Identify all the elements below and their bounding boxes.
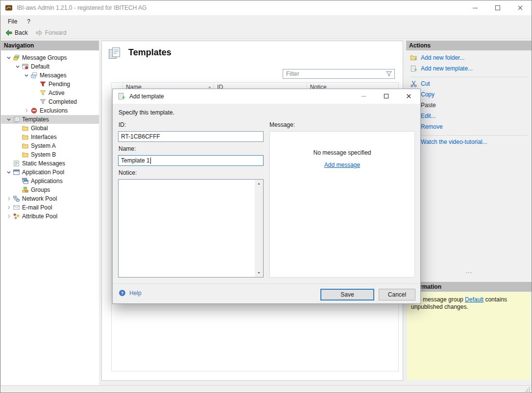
action-cut[interactable]: Cut bbox=[406, 78, 532, 89]
action-edit[interactable]: Edit... bbox=[406, 111, 532, 121]
help-link[interactable]: ? Help bbox=[119, 289, 142, 297]
tree-item-network-pool[interactable]: Network Pool bbox=[1, 194, 99, 203]
tree-item-applications[interactable]: Applications bbox=[1, 177, 99, 185]
svg-text:?: ? bbox=[121, 291, 123, 296]
folder-icon bbox=[22, 151, 29, 158]
notice-textarea[interactable] bbox=[118, 179, 264, 277]
tree-item-label: Applications bbox=[31, 178, 63, 185]
action-paste[interactable]: Paste bbox=[406, 100, 532, 111]
tree-item-default[interactable]: Default bbox=[1, 62, 99, 71]
forward-icon bbox=[35, 29, 43, 37]
navigation-header: Navigation bbox=[1, 41, 99, 50]
navigation-tree: Message GroupsDefaultMessagesPendingActi… bbox=[1, 50, 99, 221]
tree-item-global[interactable]: Global bbox=[1, 124, 99, 133]
tree-item-groups[interactable]: Groups bbox=[1, 185, 99, 194]
tree-item-exclusions[interactable]: Exclusions bbox=[1, 106, 99, 115]
action-add-new-folder[interactable]: Add new folder... bbox=[406, 52, 532, 63]
message-label: Message: bbox=[269, 121, 295, 128]
tree-item-e-mail-pool[interactable]: E-mail Pool bbox=[1, 203, 99, 212]
tree-item-static-messages[interactable]: Static Messages bbox=[1, 159, 99, 168]
chevron-collapsed-icon[interactable] bbox=[5, 195, 13, 203]
toolbar: Back Forward bbox=[0, 27, 532, 39]
action-remove[interactable]: Remove bbox=[406, 121, 532, 132]
dialog-maximize-button[interactable] bbox=[375, 89, 397, 103]
name-input[interactable]: Template 1 bbox=[118, 155, 264, 166]
resize-grip-icon[interactable] bbox=[524, 386, 531, 393]
tree-item-interfaces[interactable]: Interfaces bbox=[1, 133, 99, 141]
tree-item-system-a[interactable]: System A bbox=[1, 141, 99, 150]
forward-button[interactable]: Forward bbox=[32, 27, 70, 38]
chevron-collapsed-icon[interactable] bbox=[23, 107, 30, 115]
text-caret bbox=[150, 158, 151, 164]
menu-help[interactable]: ? bbox=[22, 15, 35, 27]
maximize-icon bbox=[383, 92, 390, 100]
app-icon bbox=[5, 4, 13, 12]
add-template-dialog-icon bbox=[118, 92, 125, 100]
dialog-close-button[interactable] bbox=[397, 89, 420, 103]
cancel-button[interactable]: Cancel bbox=[379, 289, 415, 301]
filter-box bbox=[283, 69, 395, 79]
folder-icon bbox=[22, 125, 29, 132]
chevron-expanded-icon[interactable] bbox=[5, 116, 13, 123]
tree-item-label: E-mail Pool bbox=[22, 204, 52, 211]
chevron-collapsed-icon[interactable] bbox=[5, 204, 13, 211]
maximize-icon bbox=[494, 4, 502, 12]
id-input[interactable]: RT-1CB6CFFF bbox=[118, 131, 264, 142]
dialog-minimize-button[interactable] bbox=[352, 89, 375, 103]
chevron-expanded-icon[interactable] bbox=[5, 168, 13, 176]
tree-item-label: Templates bbox=[22, 116, 49, 123]
tree-item-active[interactable]: Active bbox=[1, 89, 99, 97]
window-title: IBI-aws Admin 1.21.0 - registered for IB… bbox=[17, 0, 146, 15]
filter-funnel-icon[interactable] bbox=[385, 70, 393, 78]
tree-item-system-b[interactable]: System B bbox=[1, 150, 99, 159]
information-box: The message group Default contains unpub… bbox=[407, 292, 531, 380]
action-copy[interactable]: Copy bbox=[406, 89, 532, 100]
action-label: Add new template... bbox=[421, 65, 473, 72]
tree-item-message-groups[interactable]: Message Groups bbox=[1, 53, 99, 62]
network-pool-icon bbox=[13, 195, 20, 202]
maximize-button[interactable] bbox=[486, 0, 509, 15]
tree-item-templates[interactable]: Templates bbox=[1, 115, 99, 124]
tree-item-label: Network Pool bbox=[22, 195, 57, 202]
chevron-expanded-icon[interactable] bbox=[5, 54, 13, 62]
tree-item-label: Message Groups bbox=[22, 54, 67, 61]
default-group-link[interactable]: Default bbox=[465, 296, 484, 303]
chevron-expanded-icon[interactable] bbox=[23, 71, 30, 79]
tree-item-application-pool[interactable]: Application Pool bbox=[1, 168, 99, 177]
add-message-link[interactable]: Add message bbox=[324, 162, 360, 168]
action-watch-the-video-tutorial[interactable]: Watch the video-tutorial... bbox=[406, 137, 532, 147]
tree-item-attribute-pool[interactable]: Attribute Pool bbox=[1, 212, 99, 221]
minimize-button[interactable] bbox=[464, 0, 486, 15]
help-icon: ? bbox=[119, 289, 126, 297]
menu-file[interactable]: File bbox=[3, 15, 22, 27]
action-label: Edit... bbox=[421, 113, 436, 119]
tree-spacer bbox=[14, 177, 22, 185]
name-input-value: Template 1 bbox=[121, 157, 150, 164]
message-groups-icon bbox=[13, 54, 20, 61]
funnel-active-icon bbox=[39, 90, 47, 96]
tree-item-label: Pending bbox=[48, 81, 70, 88]
chevron-expanded-icon[interactable] bbox=[14, 63, 22, 70]
scroll-up-button[interactable] bbox=[255, 180, 263, 188]
email-pool-icon bbox=[13, 204, 20, 211]
templates-page-icon bbox=[108, 46, 121, 60]
tree-item-completed[interactable]: Completed bbox=[1, 97, 99, 106]
tree-item-pending[interactable]: Pending bbox=[1, 80, 99, 89]
notice-label: Notice: bbox=[119, 169, 137, 176]
tree-item-label: System A bbox=[31, 142, 56, 149]
action-add-new-template[interactable]: Add new template... bbox=[406, 63, 532, 74]
close-button[interactable] bbox=[509, 0, 532, 15]
chevron-collapsed-icon[interactable] bbox=[5, 212, 13, 220]
notice-scrollbar[interactable] bbox=[255, 180, 263, 277]
folder-icon bbox=[22, 134, 29, 140]
back-label: Back bbox=[15, 29, 28, 36]
back-button[interactable]: Back bbox=[2, 27, 31, 38]
filter-input[interactable] bbox=[283, 70, 385, 77]
dialog-titlebar: Add template bbox=[113, 89, 420, 104]
actions-list: Add new folder...Add new template...CutC… bbox=[406, 50, 532, 147]
panel-splitter[interactable]: ... bbox=[406, 268, 532, 275]
scroll-down-button[interactable] bbox=[255, 269, 263, 277]
tree-item-messages[interactable]: Messages bbox=[1, 71, 99, 80]
save-button[interactable]: Save bbox=[320, 289, 374, 301]
tree-item-label: Messages bbox=[40, 72, 67, 79]
